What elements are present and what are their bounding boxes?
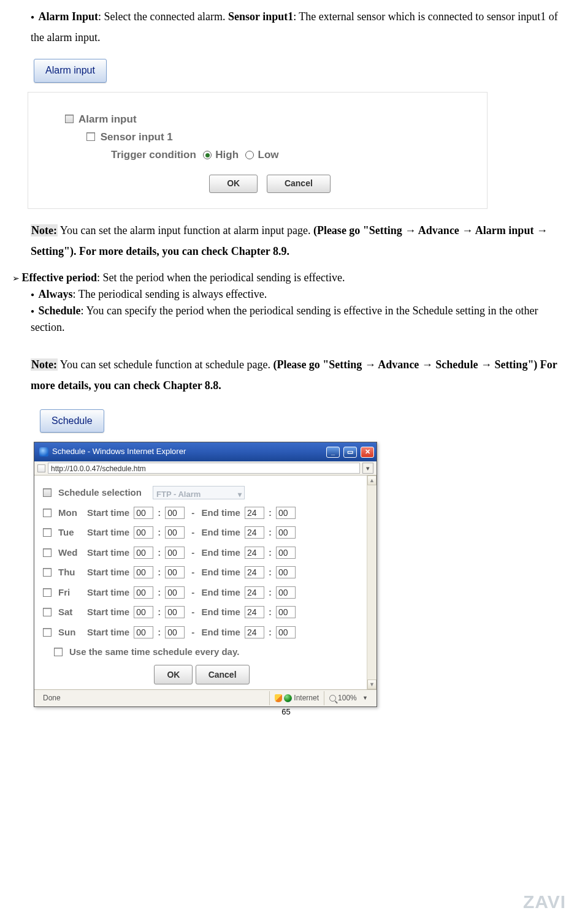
end-hour-input[interactable] [245,507,264,519]
scroll-up-icon[interactable]: ▲ [367,475,377,485]
end-min-input[interactable] [276,566,296,578]
checkbox-icon[interactable] [43,588,52,597]
start-hour-input[interactable] [134,526,153,539]
checkbox-icon[interactable] [43,509,52,517]
sensor-label: Sensor input 1 [101,131,173,143]
end-label: End time [202,624,240,642]
checkbox-icon[interactable] [86,132,95,141]
start-min-input[interactable] [165,586,185,599]
note-2: Note: You can set schedule function at s… [31,354,560,396]
checkbox-icon[interactable] [43,568,52,577]
cancel-button[interactable]: Cancel [196,665,250,685]
text: : The periodical sending is always effec… [73,288,267,300]
url-field[interactable]: http://10.0.0.47/schedule.htm [48,463,360,474]
start-min-input[interactable] [165,526,185,539]
note-label: Note: [31,358,58,371]
alarm-input-button[interactable]: Alarm input [34,59,107,82]
end-hour-input[interactable] [245,566,264,578]
high-label: High [215,149,239,161]
start-hour-input[interactable] [134,547,153,559]
end-hour-input[interactable] [245,526,264,539]
start-hour-input[interactable] [134,606,153,618]
schedule-row: SatStart time: - End time: [43,604,361,621]
start-min-input[interactable] [165,606,185,618]
schedule-row: ThuStart time: - End time: [43,564,361,581]
end-label: End time [202,564,240,581]
checkbox-icon[interactable] [43,488,52,497]
page-icon [37,464,45,472]
bold: Always [39,288,73,300]
minimize-button[interactable]: _ [326,447,340,458]
titlebar: Schedule - Windows Internet Explorer _ ▭… [34,442,377,461]
end-hour-input[interactable] [245,606,264,618]
checkbox-icon[interactable] [43,628,52,637]
end-hour-input[interactable] [245,626,264,638]
window-title: Schedule - Windows Internet Explorer [52,444,186,460]
start-label: Start time [87,524,129,542]
para-alarm-input: Alarm Input: Select the connected alarm.… [31,6,560,48]
text: You can set schedule function at schedul… [58,358,273,371]
start-label: Start time [87,604,129,621]
zoom-icon [329,695,336,702]
checkbox-icon[interactable] [43,608,52,616]
text: You can set the alarm input function at … [58,224,313,237]
checkbox-icon[interactable] [43,548,52,557]
start-hour-input[interactable] [134,566,153,578]
schedule-form: Schedule selection FTP - Alarm MonStart … [34,475,367,689]
start-min-input[interactable] [165,507,185,519]
close-button[interactable]: ✕ [361,447,374,458]
end-min-input[interactable] [276,547,296,559]
checkbox-icon[interactable] [43,528,52,537]
end-label: End time [202,584,240,602]
end-min-input[interactable] [276,526,296,539]
radio-low[interactable] [245,151,254,159]
start-min-input[interactable] [165,547,185,559]
ok-button[interactable]: OK [209,175,258,193]
note-1: Note: You can set the alarm input functi… [31,220,560,262]
globe-icon [284,694,292,702]
end-min-input[interactable] [276,606,296,618]
cancel-button[interactable]: Cancel [267,175,331,193]
end-hour-input[interactable] [245,547,264,559]
status-bar: Done Internet 100% ▼ [34,689,377,706]
bold: Effective period [22,271,97,284]
trigger-label: Trigger condition [111,149,196,161]
end-min-input[interactable] [276,586,296,599]
start-label: Start time [87,584,129,602]
end-min-input[interactable] [276,626,296,638]
status-zoom[interactable]: 100% ▼ [324,691,373,705]
start-min-input[interactable] [165,626,185,638]
end-label: End time [202,524,240,542]
scroll-down-icon[interactable]: ▼ [367,680,377,689]
end-label: End time [202,544,240,562]
checkbox-icon[interactable] [54,648,63,656]
start-hour-input[interactable] [134,586,153,599]
text: : Select the connected alarm. [98,10,228,23]
note-label: Note: [31,224,58,237]
low-label: Low [258,149,279,161]
scrollbar[interactable]: ▲ ▼ [367,475,377,689]
checkbox-icon[interactable] [65,115,74,123]
start-min-input[interactable] [165,566,185,578]
ok-button[interactable]: OK [154,665,193,685]
day-label: Mon [58,504,83,522]
end-label: End time [202,604,240,621]
schedule-selection-dropdown[interactable]: FTP - Alarm [153,486,245,499]
day-label: Tue [58,524,83,542]
schedule-button[interactable]: Schedule [40,409,104,433]
end-hour-input[interactable] [245,586,264,599]
schedule-row: MonStart time: - End time: [43,504,361,522]
ie-icon [39,447,48,456]
go-dropdown[interactable]: ▾ [362,463,373,474]
radio-high[interactable] [203,151,212,159]
bold: Sensor input1 [228,10,293,23]
maximize-button[interactable]: ▭ [343,447,357,458]
page-number: 65 [12,705,560,720]
end-min-input[interactable] [276,507,296,519]
status-done: Done [38,691,85,705]
start-hour-input[interactable] [134,626,153,638]
start-hour-input[interactable] [134,507,153,519]
schedule-item: Schedule: You can specify the period whe… [31,303,560,336]
schedule-row: WedStart time: - End time: [43,544,361,562]
text: : You can specify the period when the pe… [31,305,538,333]
